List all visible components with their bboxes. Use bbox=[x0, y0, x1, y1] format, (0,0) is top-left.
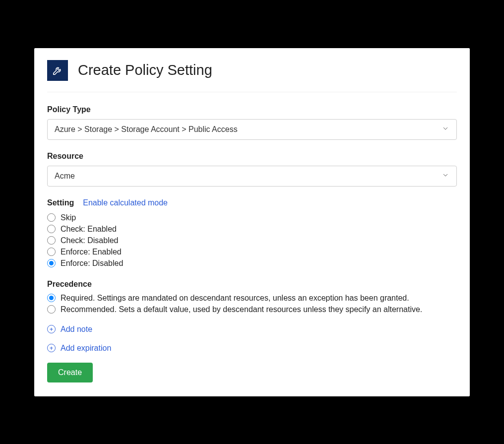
panel-header: Create Policy Setting bbox=[47, 60, 457, 92]
precedence-option-label: Recommended. Sets a default value, used … bbox=[61, 305, 422, 314]
resource-section: Resource Acme bbox=[47, 152, 457, 187]
resource-value: Acme bbox=[55, 172, 75, 181]
resource-dropdown[interactable]: Acme bbox=[47, 166, 457, 187]
setting-option[interactable]: Enforce: Enabled bbox=[47, 248, 457, 256]
setting-option[interactable]: Check: Enabled bbox=[47, 225, 457, 234]
setting-option-label: Skip bbox=[61, 213, 76, 222]
setting-option-label: Enforce: Enabled bbox=[61, 248, 122, 256]
setting-section: Setting Enable calculated mode SkipCheck… bbox=[47, 198, 457, 268]
radio-icon bbox=[47, 236, 56, 245]
radio-icon bbox=[47, 248, 56, 256]
enable-calculated-mode-link[interactable]: Enable calculated mode bbox=[83, 198, 168, 207]
setting-option[interactable]: Enforce: Disabled bbox=[47, 259, 457, 268]
plus-circle-icon: + bbox=[47, 325, 56, 333]
setting-option[interactable]: Skip bbox=[47, 213, 457, 222]
add-expiration-label: Add expiration bbox=[61, 344, 111, 353]
page-title: Create Policy Setting bbox=[78, 62, 212, 78]
radio-icon bbox=[47, 305, 56, 314]
setting-option-label: Check: Disabled bbox=[61, 236, 119, 245]
resource-label: Resource bbox=[47, 152, 457, 161]
chevron-down-icon bbox=[441, 125, 449, 134]
add-note-link[interactable]: + Add note bbox=[47, 325, 457, 334]
setting-option[interactable]: Check: Disabled bbox=[47, 236, 457, 245]
radio-icon bbox=[47, 294, 56, 302]
policy-type-section: Policy Type Azure > Storage > Storage Ac… bbox=[47, 105, 457, 140]
precedence-option[interactable]: Required. Settings are mandated on desce… bbox=[47, 294, 457, 303]
plus-circle-icon: + bbox=[47, 344, 56, 352]
setting-label: Setting bbox=[47, 198, 74, 207]
setting-option-label: Enforce: Disabled bbox=[61, 259, 123, 268]
precedence-option-label: Required. Settings are mandated on desce… bbox=[61, 294, 409, 303]
precedence-section: Precedence Required. Settings are mandat… bbox=[47, 280, 457, 314]
radio-icon bbox=[47, 259, 56, 267]
precedence-label: Precedence bbox=[47, 280, 457, 289]
setting-option-label: Check: Enabled bbox=[61, 225, 117, 234]
policy-type-dropdown[interactable]: Azure > Storage > Storage Account > Publ… bbox=[47, 119, 457, 140]
setting-options: SkipCheck: EnabledCheck: DisabledEnforce… bbox=[47, 213, 457, 268]
add-note-label: Add note bbox=[61, 325, 92, 334]
radio-icon bbox=[47, 213, 56, 222]
add-expiration-link[interactable]: + Add expiration bbox=[47, 344, 457, 353]
policy-type-label: Policy Type bbox=[47, 105, 457, 114]
policy-type-value: Azure > Storage > Storage Account > Publ… bbox=[55, 125, 238, 134]
chevron-down-icon bbox=[441, 171, 449, 181]
precedence-options: Required. Settings are mandated on desce… bbox=[47, 294, 457, 314]
create-button[interactable]: Create bbox=[47, 363, 93, 382]
create-policy-panel: Create Policy Setting Policy Type Azure … bbox=[34, 48, 470, 396]
radio-icon bbox=[47, 225, 56, 233]
wrench-icon bbox=[47, 60, 68, 81]
precedence-option[interactable]: Recommended. Sets a default value, used … bbox=[47, 305, 457, 314]
